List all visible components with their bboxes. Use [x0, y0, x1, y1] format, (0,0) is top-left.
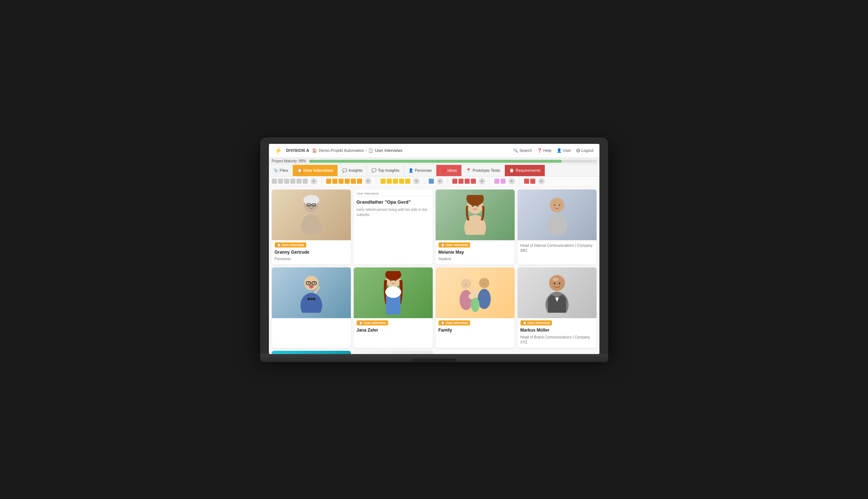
- laptop-screen: ⚡ DIVISION A 🏠 Demo-Projekt Automation ›…: [269, 144, 599, 354]
- toolbar-sep-1: [321, 178, 322, 184]
- tab-ideas-icon: 🚫: [441, 168, 446, 173]
- toolbar-sep-4: [448, 178, 448, 184]
- tab-requirements-icon: 📋: [509, 168, 514, 173]
- help-button[interactable]: ❓ Help: [537, 148, 552, 153]
- svg-point-43: [471, 298, 479, 312]
- toolbar-idea-thumb-2: [458, 179, 464, 184]
- card-badge-jana: 📋 User Interview: [357, 320, 389, 325]
- laptop-base: [260, 354, 608, 362]
- tab-insights-label: Insights: [349, 168, 362, 172]
- toolbar-files-section: [272, 179, 308, 184]
- tab-ideas-label: Ideas: [447, 168, 457, 172]
- tab-top-insights-icon: 💬: [371, 168, 377, 173]
- card-image-abc: [518, 190, 597, 240]
- toolbar-sep-2: [376, 178, 376, 184]
- svg-point-48: [553, 283, 555, 284]
- logout-button[interactable]: ⏻ Logout: [576, 148, 594, 153]
- card-markus-muller[interactable]: 📋 User Interview Markus Müller Head of B…: [518, 267, 597, 348]
- card-company-abc[interactable]: Head of Internal Communications | Compan…: [518, 190, 597, 265]
- add-idea-button[interactable]: +: [479, 178, 485, 184]
- tab-prototype[interactable]: 📍 Prototype Tests: [462, 165, 505, 176]
- user-label: User: [563, 148, 571, 153]
- svg-point-11: [472, 205, 473, 207]
- add-files-button[interactable]: +: [311, 178, 317, 184]
- toolbar-req-thumb-2: [530, 179, 535, 184]
- toolbar-interview-thumb-4: [345, 179, 350, 184]
- card-subtitle-abc: Head of Internal Communications | Compan…: [518, 240, 597, 256]
- toolbar-idea-thumb-1: [452, 179, 457, 184]
- card-man-glasses[interactable]: [272, 267, 351, 348]
- badge-icon-gertrude: 📋: [277, 243, 281, 247]
- help-label: Help: [543, 148, 552, 153]
- progress-label: Project Maturity: 88%: [272, 159, 306, 163]
- toolbar-insight-thumb-5: [405, 179, 410, 184]
- tab-requirements[interactable]: 📋 Requirements: [505, 165, 545, 176]
- card-image-dark-man: [272, 351, 351, 354]
- card-subtitle-melanie: Student: [436, 257, 515, 265]
- svg-point-14: [547, 214, 567, 235]
- card-dark-man[interactable]: 📋 User Interview: [272, 351, 351, 354]
- card-jana-zahn[interactable]: 📋 User Interview Jana Zahn: [354, 267, 433, 348]
- card-older-smiling[interactable]: [354, 351, 433, 354]
- tab-ideas[interactable]: 🚫 Ideas: [436, 165, 462, 176]
- tab-personas-icon: 👤: [408, 168, 414, 173]
- svg-point-38: [461, 279, 471, 289]
- toolbar-req-thumb-1: [524, 179, 529, 184]
- search-button[interactable]: 🔍 Search: [513, 148, 532, 153]
- add-prototype-button[interactable]: +: [508, 178, 515, 184]
- screen-bezel: ⚡ DIVISION A 🏠 Demo-Projekt Automation ›…: [260, 137, 608, 354]
- toolbar-insight-thumb-4: [399, 179, 404, 184]
- home-icon: 🏠: [312, 148, 317, 153]
- badge-label-markus: User Interview: [528, 321, 550, 325]
- card-toolbar: + +: [269, 176, 599, 187]
- tab-files-label: Files: [280, 168, 288, 172]
- toolbar-idea-thumb-4: [471, 179, 476, 184]
- app-container: ⚡ DIVISION A 🏠 Demo-Projekt Automation ›…: [269, 144, 599, 354]
- tab-prototype-icon: 📍: [466, 168, 471, 173]
- svg-point-26: [308, 282, 310, 284]
- toolbar-thumb-6: [303, 179, 308, 184]
- breadcrumb-icon: 📋: [368, 148, 373, 153]
- card-subtitle-markus: Head of Brand Communications | Company X…: [518, 335, 597, 348]
- tab-files[interactable]: 📎 Files: [269, 165, 293, 176]
- tab-insights[interactable]: 💬 Insights: [338, 165, 367, 176]
- card-family[interactable]: 📋 User Interview Family: [436, 267, 515, 348]
- card-melanie-may[interactable]: 📋 User Interview Melanie May Student: [436, 190, 515, 265]
- toolbar-insight-thumb-2: [387, 179, 392, 184]
- add-insight-button[interactable]: +: [413, 178, 420, 184]
- toolbar-interview-thumb-2: [332, 179, 337, 184]
- brand-name: DIVISION A: [286, 148, 310, 153]
- toolbar-interview-thumb-3: [339, 179, 344, 184]
- svg-point-1: [301, 214, 321, 235]
- breadcrumb: 🏠 Demo-Projekt Automation › 📋 User Inter…: [312, 148, 402, 153]
- badge-label-melanie: User Interview: [446, 243, 468, 247]
- breadcrumb-project[interactable]: Demo-Projekt Automation: [319, 148, 364, 153]
- svg-point-28: [309, 285, 313, 288]
- user-button[interactable]: 👤 User: [557, 148, 571, 153]
- add-requirement-button[interactable]: +: [538, 178, 545, 184]
- add-persona-button[interactable]: +: [437, 178, 443, 184]
- card-granny-gertrude[interactable]: 📋 User Interview Granny Gertrude Pension…: [272, 190, 351, 265]
- add-interview-button[interactable]: +: [365, 178, 371, 184]
- tab-bar: 📎 Files 📋 User Interviews 💬 Insights: [269, 165, 599, 176]
- navbar: ⚡ DIVISION A 🏠 Demo-Projekt Automation ›…: [269, 144, 599, 158]
- svg-point-22: [310, 298, 312, 300]
- toolbar-interview-thumb-5: [351, 179, 356, 184]
- toolbar-ideas-section: [452, 179, 476, 184]
- toolbar-prototype-thumb-2: [501, 179, 506, 184]
- tab-user-interviews[interactable]: 📋 User Interviews: [293, 165, 338, 176]
- svg-point-36: [390, 280, 391, 281]
- toolbar-insights-section: [381, 179, 410, 184]
- svg-point-41: [478, 289, 491, 309]
- help-icon: ❓: [537, 148, 542, 153]
- card-opa-gerd[interactable]: User Interviews Grandfather "Opa Gerd" e…: [354, 190, 433, 265]
- toolbar-sep-6: [519, 178, 520, 184]
- tab-top-insights[interactable]: 💬 Top Insights: [367, 165, 404, 176]
- tab-interviews-label: User Interviews: [304, 168, 333, 172]
- svg-point-49: [558, 283, 560, 284]
- progress-fill: [309, 160, 562, 163]
- tab-prototype-label: Prototype Tests: [473, 168, 500, 172]
- svg-point-44: [469, 294, 474, 299]
- tab-personas[interactable]: 👤 Personas: [404, 165, 436, 176]
- card-title-melanie: Melanie May: [436, 249, 515, 257]
